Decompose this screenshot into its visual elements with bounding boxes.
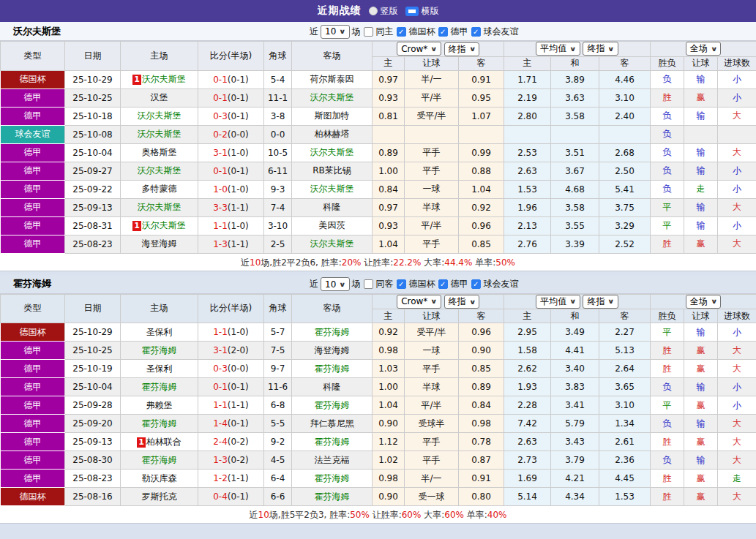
cell-odds-away: 0.96 <box>459 216 504 235</box>
bookmaker-select[interactable]: Crow*∨ <box>397 42 441 56</box>
competition-label-2: 德甲 <box>451 26 468 38</box>
cell-result-goals: 小 <box>718 70 756 88</box>
halftime-score: (1-1) <box>228 239 249 249</box>
recent-count-select[interactable]: 10∨ <box>321 277 350 291</box>
cell-result-goals: 大 <box>718 415 756 433</box>
cell-avg-away: 4.45 <box>599 470 651 488</box>
column-header-1: 类型 <box>1 42 65 71</box>
odds-time-select-caret-icon: ∨ <box>468 298 476 306</box>
cell-corner: 5-7 <box>264 323 292 342</box>
fulltime-score: 1-2 <box>213 473 228 483</box>
table-row: 德甲25-09-27沃尔夫斯堡0-1(0-1)6-11RB莱比锡1.00平手0.… <box>1 162 756 180</box>
average-select[interactable]: 平均值∨ <box>536 42 580 56</box>
cell-score: 1-1(1-0) <box>198 323 264 342</box>
summary-stat-value: 10 <box>258 510 269 520</box>
cell-result-handicap: 输 <box>684 162 718 180</box>
table-row: 德甲25-10-19圣保利0-3(0-0)9-7霍芬海姆1.03平手0.852.… <box>1 360 756 378</box>
halftime-score: (1-1) <box>228 400 249 410</box>
cell-result-outcome: 负 <box>651 415 684 433</box>
cell-odds-home: 0.93 <box>373 88 405 107</box>
cell-result-outcome: 胜 <box>651 88 684 107</box>
average-select[interactable]: 平均值∨ <box>536 295 580 309</box>
scope-select[interactable]: 全场∨ <box>686 42 721 56</box>
games-label: 场 <box>352 278 361 290</box>
summary-text: 大率: <box>421 510 444 520</box>
away-team-name: 斯图加特 <box>315 110 350 121</box>
cell-odds-away: 0.89 <box>459 378 504 396</box>
cell-competition: 德国杯 <box>1 323 65 342</box>
cell-home-team: 罗斯托克 <box>121 488 198 506</box>
cell-odds-home: 1.04 <box>373 235 405 253</box>
layout-option-vertical[interactable]: 竖版 <box>369 5 398 18</box>
summary-text: 近 <box>241 257 250 268</box>
average-select-caret-icon: ∨ <box>569 45 577 53</box>
fulltime-score: 1-1 <box>213 327 228 337</box>
cell-home-team: 1柏林联合 <box>121 433 198 451</box>
sub-header-1: 主 <box>373 309 405 323</box>
competition-checkbox-3[interactable]: ✓ <box>471 27 481 37</box>
home-team-name: 多特蒙德 <box>142 184 177 194</box>
cell-competition: 德甲 <box>1 396 65 415</box>
cell-odds-handicap: 受平/半 <box>405 323 459 342</box>
sub-header-6: 客 <box>599 309 651 323</box>
cell-odds-home: 1.04 <box>373 396 405 415</box>
cell-score: 0-1(0-1) <box>198 88 264 107</box>
cell-odds-away: 0.88 <box>459 162 504 180</box>
radio-vertical-icon[interactable] <box>369 7 378 15</box>
recent-label: 近 <box>310 278 318 290</box>
summary-text: 大率: <box>421 257 444 268</box>
cell-competition: 德甲 <box>1 415 65 433</box>
same-venue-checkbox[interactable] <box>364 279 373 289</box>
cell-result-goals: 小 <box>718 180 756 198</box>
cell-result-handicap <box>684 125 718 143</box>
cell-odds-home: 0.98 <box>373 470 405 488</box>
cell-home-team: 沃尔夫斯堡 <box>121 107 198 125</box>
bookmaker-select-value: Crow* <box>401 44 427 54</box>
away-team-name: 霍芬海姆 <box>315 437 350 447</box>
cell-avg-home: 2.19 <box>504 88 551 107</box>
cell-date: 25-10-25 <box>65 342 121 360</box>
halftime-score: (0-1) <box>228 75 249 85</box>
competition-checkbox-2[interactable]: ✓ <box>438 27 448 37</box>
results-table-body: 德国杯25-10-291沃尔夫斯堡0-1(0-1)5-4荷尔斯泰因0.97半/一… <box>1 70 756 253</box>
cell-result-handicap: 走 <box>684 180 718 198</box>
away-team-name: 霍芬海姆 <box>315 327 350 337</box>
summary-stat-value: 22.2% <box>393 257 421 268</box>
cell-odds-handicap: 平手 <box>405 360 459 378</box>
cell-date: 25-09-27 <box>65 162 121 180</box>
odds-time-select[interactable]: 终指∨ <box>444 295 479 309</box>
radio-horizontal-icon[interactable] <box>405 7 419 16</box>
table-row: 德甲25-09-20霍芬海姆1-4(0-1)5-5拜仁慕尼黑0.90受球半0.9… <box>1 415 756 433</box>
cell-avg-away: 2.52 <box>599 235 651 253</box>
cell-result-outcome: 胜 <box>651 470 684 488</box>
halftime-score: (1-0) <box>228 148 249 158</box>
away-team-name: 荷尔斯泰因 <box>310 74 354 84</box>
avg-time-select[interactable]: 终指∨ <box>583 42 618 56</box>
odds-time-select[interactable]: 终指∨ <box>444 42 479 56</box>
home-team-name: 弗赖堡 <box>146 400 173 410</box>
halftime-score: (0-0) <box>228 363 249 374</box>
competition-checkbox-1[interactable]: ✓ <box>397 27 406 37</box>
cell-competition: 德甲 <box>1 470 65 488</box>
bookmaker-select[interactable]: Crow*∨ <box>397 295 441 309</box>
cell-avg-home: 2.63 <box>504 433 551 451</box>
scope-select[interactable]: 全场∨ <box>686 295 721 309</box>
cell-avg-home: 1.58 <box>504 342 551 360</box>
same-venue-checkbox[interactable] <box>364 27 373 37</box>
away-team-name: 海登海姆 <box>315 345 350 355</box>
avg-time-select[interactable]: 终指∨ <box>583 295 618 309</box>
competition-checkbox-3[interactable]: ✓ <box>471 279 481 289</box>
cell-home-team: 沃尔夫斯堡 <box>121 198 198 216</box>
layout-option-horizontal[interactable]: 横版 <box>405 5 439 18</box>
cell-date: 25-10-29 <box>65 323 121 342</box>
competition-checkbox-1[interactable]: ✓ <box>397 279 406 289</box>
column-header-4: 比分(半场) <box>198 42 264 71</box>
fulltime-score: 0-1 <box>213 75 228 85</box>
recent-count-select[interactable]: 10∨ <box>321 25 350 39</box>
cell-result-handicap: 输 <box>684 143 718 162</box>
cell-odds-handicap: 平/半 <box>405 396 459 415</box>
cell-score: 1-3(1-1) <box>198 235 264 253</box>
competition-checkbox-2[interactable]: ✓ <box>438 279 448 289</box>
cell-avg-draw: 3.43 <box>551 433 599 451</box>
halftime-score: (0-2) <box>228 455 249 465</box>
